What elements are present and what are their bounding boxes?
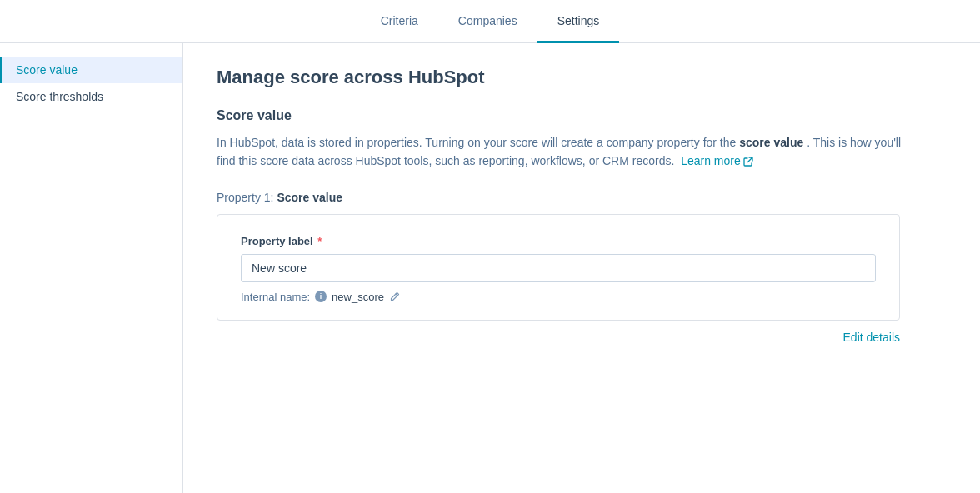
- tab-criteria[interactable]: Criteria: [361, 1, 438, 43]
- property-header-prefix: Property 1:: [217, 191, 273, 204]
- main-content: Manage score across HubSpot Score value …: [183, 43, 980, 493]
- field-label-text: Property label: [241, 235, 313, 247]
- internal-name-value: new_score: [332, 291, 384, 303]
- sidebar-item-score-value[interactable]: Score value: [0, 57, 182, 83]
- property-header-bold: Score value: [277, 191, 342, 204]
- main-layout: Score value Score thresholds Manage scor…: [0, 43, 980, 493]
- property-label-input[interactable]: [241, 254, 876, 282]
- description-part1: In HubSpot, data is stored in properties…: [217, 136, 736, 149]
- learn-more-label: Learn more: [681, 152, 741, 170]
- learn-more-link[interactable]: Learn more: [681, 152, 753, 170]
- edit-details-row: Edit details: [217, 331, 900, 344]
- edit-internal-name-button[interactable]: [389, 291, 401, 302]
- internal-name-label: Internal name:: [241, 291, 310, 303]
- tab-settings[interactable]: Settings: [538, 1, 620, 43]
- description-bold: score value: [739, 136, 803, 149]
- property-header: Property 1: Score value: [217, 191, 947, 204]
- description-text: In HubSpot, data is stored in properties…: [217, 133, 917, 171]
- top-navigation: Criteria Companies Settings: [0, 0, 980, 43]
- sidebar: Score value Score thresholds: [0, 43, 183, 493]
- internal-name-row: Internal name: i new_score: [241, 291, 876, 303]
- sidebar-item-score-thresholds[interactable]: Score thresholds: [0, 83, 182, 110]
- info-icon[interactable]: i: [315, 291, 327, 302]
- property-card: Property label * Internal name: i new_sc…: [217, 214, 900, 321]
- section-title: Score value: [217, 108, 947, 123]
- external-link-icon: [743, 157, 753, 167]
- field-label: Property label *: [241, 235, 876, 247]
- pencil-icon: [389, 291, 401, 302]
- required-indicator: *: [318, 235, 322, 247]
- page-title: Manage score across HubSpot: [217, 67, 947, 88]
- tab-companies[interactable]: Companies: [438, 1, 538, 43]
- edit-details-link[interactable]: Edit details: [843, 331, 900, 344]
